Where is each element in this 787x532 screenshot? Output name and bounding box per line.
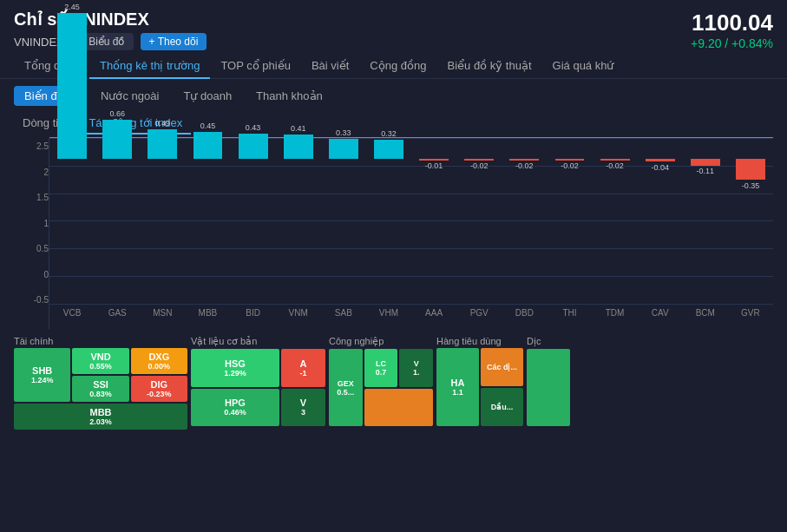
nav-tab-congdong[interactable]: Cộng đồng [359, 54, 436, 79]
bar-value-BCM: -0.11 [697, 167, 715, 175]
cell-dau[interactable]: Dầu... [481, 388, 523, 426]
dichvu-label: Dịc [527, 336, 570, 347]
subtab-tudoanh[interactable]: Tự doanh [173, 86, 242, 106]
cell-VND[interactable]: VND0.55% [72, 348, 128, 374]
nav-tab-baiviet[interactable]: Bài viết [301, 54, 359, 79]
index-label: VNINDEX [14, 36, 64, 49]
y-label-15: 1.5 [14, 193, 49, 202]
bar-group-BCM: -0.11 [683, 138, 728, 305]
bar-GAS[interactable] [102, 120, 132, 159]
bar-VNM[interactable] [284, 135, 313, 159]
cell-DXG[interactable]: DXG0.00% [131, 348, 187, 374]
main-nav: Tổng quan Thống kê thị trường TOP cổ phi… [0, 54, 787, 79]
treemap-group-congnghiep: Công nghiệp GEX0.5... LC0.7 V1. [329, 336, 433, 426]
bar-group-MBB: 0.45 [185, 138, 230, 305]
index-value: 1100.04 [691, 10, 773, 36]
subtab-thanhkhoan[interactable]: Thanh khoản [246, 86, 333, 106]
bar-value-MBB: 0.45 [200, 122, 216, 130]
congnghiep-label: Công nghiệp [329, 336, 433, 347]
y-label-2: 2 [14, 167, 49, 177]
zero-line [49, 137, 773, 138]
xlabel-GVR: GVR [728, 305, 773, 329]
nav-tab-topcophieu[interactable]: TOP cổ phiếu [210, 54, 301, 79]
treemap-section: Tài chính SHB1.24% VND0.55% DXG0.00% SSI… [0, 329, 787, 433]
bar-THI[interactable] [555, 159, 585, 161]
vatlieucoban-label: Vật liệu cơ bản [191, 336, 325, 347]
nav-tab-thongkethi[interactable]: Thống kê thị trường [89, 54, 210, 79]
cell-HA[interactable]: HA1.1 [436, 348, 479, 426]
cell-mix[interactable] [364, 389, 433, 427]
cell-MBB[interactable]: MBB2.03% [14, 404, 187, 430]
cell-A[interactable]: A-1 [281, 349, 325, 387]
y-label-25: 2.5 [14, 141, 49, 151]
xlabel-TDM: TDM [593, 305, 638, 329]
bar-BCM[interactable] [691, 159, 720, 166]
header-left: Chỉ số VNINDEX VNINDEX + Biểu đồ + Theo … [14, 9, 207, 50]
bar-group-AAA: -0.01 [411, 138, 456, 305]
bar-group-CAV: -0.04 [638, 138, 683, 305]
header-right: 1100.04 +9.20 / +0.84% [691, 10, 773, 50]
header-controls: VNINDEX + Biểu đồ + Theo dõi [14, 33, 207, 50]
cell-HSG[interactable]: HSG1.29% [191, 349, 279, 387]
bar-value-PGV: -0.02 [470, 161, 489, 170]
bar-value-VNM: 0.41 [291, 124, 306, 133]
x-labels: VCBGASMSNMBBBIDVNMSABVHMAAAPGVDBDTHITDMC… [49, 305, 773, 329]
subtab-nuocngoai[interactable]: Nước ngoài [90, 86, 169, 106]
bar-DBD[interactable] [509, 159, 539, 161]
bar-TDM[interactable] [600, 159, 630, 161]
bar-MSN[interactable] [148, 129, 177, 159]
cell-GEX[interactable]: GEX0.5... [329, 349, 363, 426]
bar-group-DBD: -0.02 [502, 138, 547, 305]
y-label-1: 1 [14, 219, 49, 228]
xlabel-BCM: BCM [683, 305, 728, 329]
bar-value-GAS: 0.66 [109, 109, 125, 118]
xlabel-CAV: CAV [638, 305, 683, 329]
bar-group-BID: 0.43 [231, 138, 276, 305]
bar-SAB[interactable] [329, 139, 358, 159]
xlabel-PGV: PGV [456, 305, 502, 329]
bar-value-BID: 0.43 [246, 123, 261, 132]
cell-SSI[interactable]: SSI0.83% [72, 376, 128, 402]
y-label-0: 0 [14, 270, 49, 279]
bar-VHM[interactable] [374, 140, 403, 159]
bar-group-PGV: -0.02 [456, 138, 502, 305]
bars-container: 2.450.660.490.450.430.410.330.32-0.01-0.… [49, 138, 773, 305]
bar-group-VHM: 0.32 [366, 138, 411, 305]
xlabel-MSN: MSN [140, 305, 185, 329]
index-change: +9.20 / +0.84% [691, 36, 773, 50]
cell-dichvu[interactable] [527, 349, 570, 426]
bar-group-MSN: 0.49 [140, 138, 185, 305]
page-title: Chỉ số VNINDEX [14, 9, 207, 30]
cell-cacdi[interactable]: Các dị... [481, 348, 523, 386]
treemap-group-dichvu: Dịc [527, 336, 570, 426]
xlabel-MBB: MBB [185, 305, 230, 329]
cell-HPG[interactable]: HPG0.46% [191, 389, 279, 427]
bar-value-THI: -0.02 [561, 161, 579, 170]
bar-group-GVR: -0.35 [728, 138, 773, 305]
bar-CAV[interactable] [646, 159, 675, 161]
nav-tab-giaquakhu[interactable]: Giá quá khứ [542, 54, 625, 79]
bar-group-VCB: 2.45 [49, 138, 95, 305]
bar-group-VNM: 0.41 [276, 138, 321, 305]
treemap-group-vatlieucoban: Vật liệu cơ bản HSG1.29% A-1 HPG0.46% V3 [191, 336, 325, 426]
bar-value-CAV: -0.04 [651, 163, 669, 172]
bar-PGV[interactable] [464, 159, 494, 161]
nav-tab-bieudokythuat[interactable]: Biểu đồ kỹ thuật [437, 54, 542, 79]
cell-V3[interactable]: V3 [281, 389, 325, 427]
cell-SHB[interactable]: SHB1.24% [14, 348, 70, 402]
cell-DIG[interactable]: DIG-0.23% [131, 376, 187, 402]
page-container: Chỉ số VNINDEX VNINDEX + Biểu đồ + Theo … [0, 0, 787, 433]
header: Chỉ số VNINDEX VNINDEX + Biểu đồ + Theo … [0, 0, 787, 54]
cell-V1[interactable]: V1. [399, 349, 433, 387]
chart-section: Dòng tiền Tác động tới index 2.5 2 1.5 1… [0, 113, 787, 329]
theodoi-button[interactable]: + Theo dõi [141, 33, 207, 50]
bar-group-GAS: 0.66 [95, 138, 140, 305]
y-axis-right: 2.5 2 1.5 1 0.5 0 -0.5 [14, 138, 49, 329]
bar-group-TDM: -0.02 [593, 138, 638, 305]
chart-wrapper: 2.5 2 1.5 1 0.5 0 -0.5 [14, 138, 773, 329]
xlabel-SAB: SAB [321, 305, 366, 329]
bar-GVR[interactable] [736, 159, 765, 180]
cell-LC[interactable]: LC0.7 [364, 349, 398, 387]
taichinch-label: Tài chính [14, 336, 187, 346]
bar-value-GVR: -0.35 [742, 181, 760, 190]
